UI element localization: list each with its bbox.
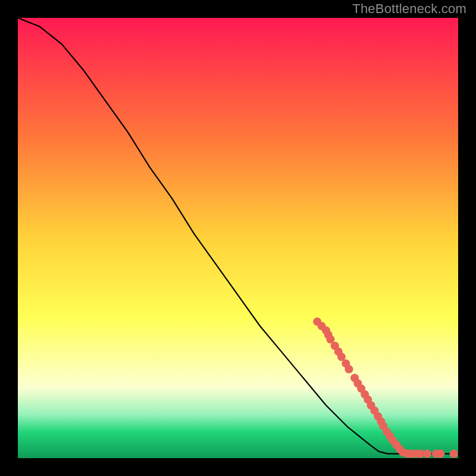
bottleneck-chart bbox=[18, 18, 458, 458]
data-marker bbox=[345, 365, 353, 374]
data-marker bbox=[423, 450, 431, 458]
plot-area bbox=[18, 18, 458, 458]
gradient-background bbox=[18, 18, 458, 458]
data-marker bbox=[450, 450, 458, 458]
watermark-text: TheBottleneck.com bbox=[352, 1, 466, 17]
data-marker bbox=[436, 450, 444, 458]
chart-frame: TheBottleneck.com bbox=[0, 0, 476, 476]
